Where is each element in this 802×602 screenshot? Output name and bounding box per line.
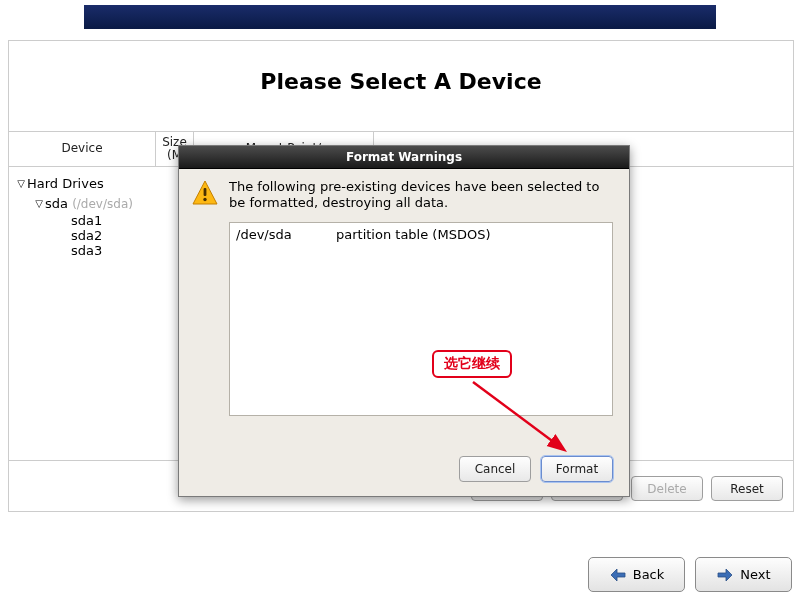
annotation-callout: 选它继续 xyxy=(432,350,512,378)
back-label: Back xyxy=(633,567,665,582)
dialog-message: The following pre-existing devices have … xyxy=(229,179,613,212)
dialog-actions: Cancel Format xyxy=(191,456,613,482)
arrow-right-icon xyxy=(716,567,734,583)
format-warnings-dialog: Format Warnings The following pre-existi… xyxy=(178,145,630,497)
part-name: sda1 xyxy=(15,213,162,228)
tree-disk-path: (/dev/sda) xyxy=(72,197,133,211)
svg-point-2 xyxy=(203,198,206,201)
delete-button: Delete xyxy=(631,476,703,501)
top-gradient-bar xyxy=(84,5,716,29)
list-item[interactable]: /dev/sda partition table (MSDOS) xyxy=(236,227,606,242)
caret-down-icon[interactable]: ▽ xyxy=(33,198,45,209)
item-desc: partition table (MSDOS) xyxy=(336,227,490,242)
format-button[interactable]: Format xyxy=(541,456,613,482)
part-name: sda3 xyxy=(15,243,162,258)
item-path: /dev/sda xyxy=(236,227,336,242)
part-name: sda2 xyxy=(15,228,162,243)
cancel-button[interactable]: Cancel xyxy=(459,456,531,482)
next-label: Next xyxy=(740,567,770,582)
next-button[interactable]: Next xyxy=(695,557,792,592)
dialog-device-list[interactable]: /dev/sda partition table (MSDOS) xyxy=(229,222,613,416)
wizard-navbar: Back Next xyxy=(588,557,792,592)
svg-rect-1 xyxy=(204,188,207,196)
page-title: Please Select A Device xyxy=(9,69,793,94)
caret-down-icon[interactable]: ▽ xyxy=(15,178,27,189)
dialog-title: Format Warnings xyxy=(179,146,629,169)
tree-disk-label: sda xyxy=(45,196,68,211)
warning-icon xyxy=(191,179,219,207)
tree-root-label: Hard Drives xyxy=(27,176,104,191)
col-device[interactable]: Device xyxy=(9,132,156,166)
reset-button[interactable]: Reset xyxy=(711,476,783,501)
arrow-left-icon xyxy=(609,567,627,583)
back-button[interactable]: Back xyxy=(588,557,685,592)
